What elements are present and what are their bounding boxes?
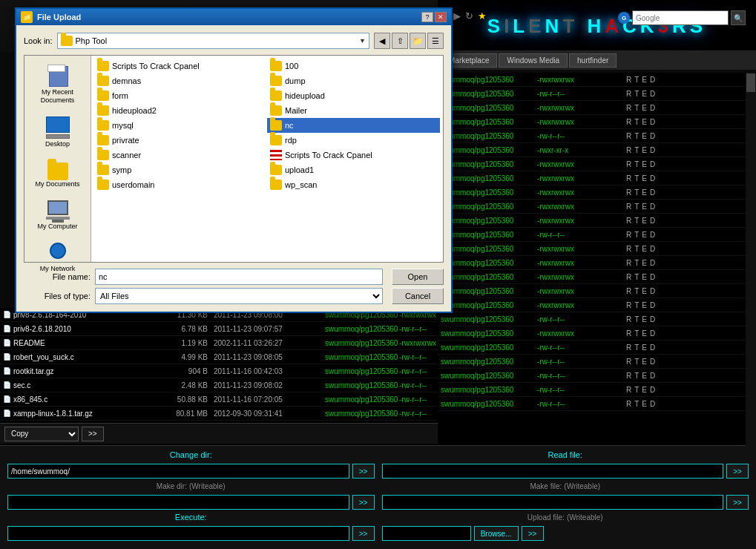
look-in-select[interactable]: Php Tool ▼ xyxy=(57,33,369,49)
action-e[interactable]: E xyxy=(642,146,647,154)
action-r[interactable]: R xyxy=(626,358,631,366)
read-file-input[interactable] xyxy=(382,464,724,479)
file-list-row[interactable]: 📄 sec.c 2.48 KB 2011-11-23 09:08:02 swum… xyxy=(0,378,438,392)
action-r[interactable]: R xyxy=(626,287,631,295)
nav-up-btn[interactable]: ⇧ xyxy=(392,33,408,49)
action-r[interactable]: R xyxy=(626,174,631,183)
dialog-file-item[interactable]: userdomain xyxy=(94,177,267,192)
upload-go-btn[interactable]: >> xyxy=(522,526,544,541)
action-r[interactable]: R xyxy=(626,386,631,394)
action-t[interactable]: T xyxy=(634,329,639,338)
action-d[interactable]: D xyxy=(650,217,655,225)
action-d[interactable]: D xyxy=(650,76,655,84)
action-t[interactable]: T xyxy=(634,245,639,253)
action-e[interactable]: E xyxy=(642,315,647,323)
action-e[interactable]: E xyxy=(642,273,647,281)
dialog-file-item[interactable]: 100 xyxy=(267,59,440,73)
dialog-file-item[interactable]: demnas xyxy=(94,73,267,88)
action-e[interactable]: E xyxy=(642,245,647,253)
action-t[interactable]: T xyxy=(634,287,639,295)
dialog-file-item[interactable]: nc xyxy=(267,118,440,133)
action-t[interactable]: T xyxy=(634,132,639,140)
action-e[interactable]: E xyxy=(642,203,647,211)
action-r[interactable]: R xyxy=(626,301,631,309)
action-e[interactable]: E xyxy=(642,372,647,380)
action-r[interactable]: R xyxy=(626,104,631,112)
refresh-icon[interactable]: ↻ xyxy=(465,10,473,22)
dialog-file-item[interactable]: Scripts To Crack Cpanel xyxy=(94,59,267,73)
action-t[interactable]: T xyxy=(634,386,639,394)
action-t[interactable]: T xyxy=(634,174,639,183)
copy-go-button[interactable]: >> xyxy=(82,427,104,441)
dialog-file-item[interactable]: hideupload2 xyxy=(94,103,267,118)
action-t[interactable]: T xyxy=(634,90,639,98)
action-r[interactable]: R xyxy=(626,217,631,225)
action-e[interactable]: E xyxy=(642,358,647,366)
action-r[interactable]: R xyxy=(626,343,631,352)
action-r[interactable]: R xyxy=(626,259,631,267)
dialog-close-btn[interactable]: ✕ xyxy=(435,12,447,22)
action-e[interactable]: E xyxy=(642,231,647,239)
action-d[interactable]: D xyxy=(650,118,655,126)
search-input[interactable] xyxy=(632,10,729,25)
shortcut-my-computer[interactable]: My Computer xyxy=(29,197,87,234)
forward-icon[interactable]: ▶ xyxy=(453,10,461,22)
action-e[interactable]: E xyxy=(642,90,647,98)
file-list-row[interactable]: 📄 priv8-2.6.18.2010 6.78 KB 2011-11-23 0… xyxy=(0,322,438,336)
action-d[interactable]: D xyxy=(650,301,655,309)
dialog-file-item[interactable]: wp_scan xyxy=(267,177,440,192)
file-list-row[interactable]: 📄 x86_845.c 50.88 KB 2011-11-16 07:20:05… xyxy=(0,392,438,407)
cancel-button[interactable]: Cancel xyxy=(392,288,444,304)
action-e[interactable]: E xyxy=(642,76,647,84)
action-t[interactable]: T xyxy=(634,76,639,84)
search-button[interactable]: 🔍 xyxy=(731,10,746,25)
execute-go-btn[interactable]: >> xyxy=(352,526,375,541)
action-d[interactable]: D xyxy=(650,329,655,338)
filename-input[interactable] xyxy=(95,269,383,285)
action-t[interactable]: T xyxy=(634,400,639,408)
action-d[interactable]: D xyxy=(650,273,655,281)
dialog-file-item[interactable]: hideupload xyxy=(267,88,440,103)
action-r[interactable]: R xyxy=(626,76,631,84)
action-t[interactable]: T xyxy=(634,203,639,211)
action-r[interactable]: R xyxy=(626,203,631,211)
action-r[interactable]: R xyxy=(626,160,631,168)
shortcut-recent-docs[interactable]: My Recent Documents xyxy=(29,62,87,108)
action-t[interactable]: T xyxy=(634,273,639,281)
right-scrollbar[interactable] xyxy=(746,73,756,453)
shortcut-desktop[interactable]: Desktop xyxy=(29,114,87,151)
action-r[interactable]: R xyxy=(626,400,631,408)
action-d[interactable]: D xyxy=(650,90,655,98)
action-t[interactable]: T xyxy=(634,231,639,239)
action-d[interactable]: D xyxy=(650,231,655,239)
action-e[interactable]: E xyxy=(642,132,647,140)
change-dir-go-btn[interactable]: >> xyxy=(352,464,375,479)
action-e[interactable]: E xyxy=(642,160,647,168)
action-t[interactable]: T xyxy=(634,259,639,267)
dialog-file-item[interactable]: Mailer xyxy=(267,103,440,118)
execute-input[interactable] xyxy=(7,526,349,541)
make-file-go-btn[interactable]: >> xyxy=(726,495,749,510)
dialog-help-btn[interactable]: ? xyxy=(421,12,433,22)
action-r[interactable]: R xyxy=(626,90,631,98)
action-d[interactable]: D xyxy=(650,104,655,112)
action-e[interactable]: E xyxy=(642,174,647,183)
action-t[interactable]: T xyxy=(634,146,639,154)
open-button[interactable]: Open xyxy=(392,269,444,285)
star-icon[interactable]: ★ xyxy=(478,10,487,22)
action-d[interactable]: D xyxy=(650,287,655,295)
action-r[interactable]: R xyxy=(626,315,631,323)
action-r[interactable]: R xyxy=(626,118,631,126)
action-e[interactable]: E xyxy=(642,287,647,295)
view-btn[interactable]: ☰ xyxy=(427,33,444,49)
action-d[interactable]: D xyxy=(650,245,655,253)
upload-file-input[interactable] xyxy=(382,526,471,541)
action-e[interactable]: E xyxy=(642,301,647,309)
action-r[interactable]: R xyxy=(626,188,631,197)
action-r[interactable]: R xyxy=(626,231,631,239)
action-t[interactable]: T xyxy=(634,372,639,380)
action-d[interactable]: D xyxy=(650,259,655,267)
action-e[interactable]: E xyxy=(642,386,647,394)
action-t[interactable]: T xyxy=(634,188,639,197)
dialog-file-item[interactable]: privrate xyxy=(94,133,267,148)
